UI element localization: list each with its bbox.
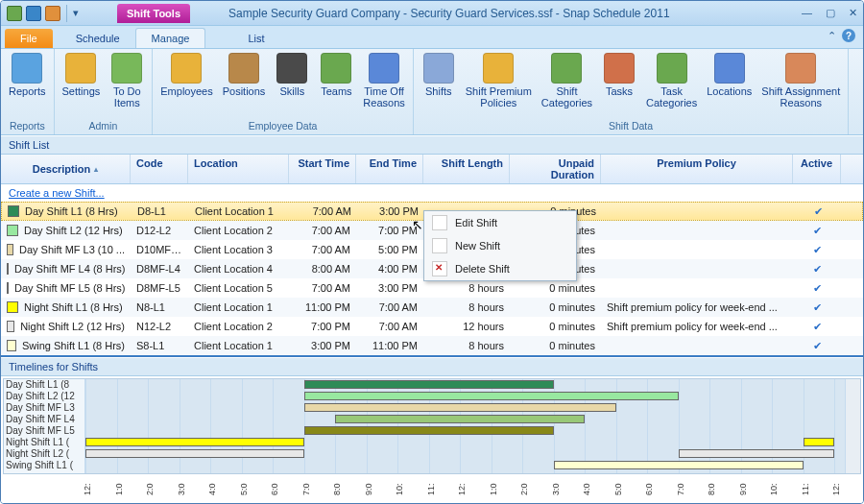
col-description[interactable]: Description bbox=[1, 155, 131, 183]
axis-tick: 1:0 bbox=[489, 476, 520, 503]
app-window: ▾ Shift Tools Sample Security Guard Comp… bbox=[0, 0, 864, 504]
ribbon-label: Shift Assignment Reasons bbox=[761, 85, 840, 108]
timeline-bar[interactable] bbox=[304, 380, 554, 389]
color-swatch bbox=[7, 244, 13, 255]
ribbon-button[interactable]: Skills bbox=[271, 51, 313, 99]
ribbon-button[interactable]: Positions bbox=[219, 51, 270, 99]
qa-icon-1[interactable] bbox=[7, 6, 22, 21]
ribbon-button[interactable]: Time Off Reasons bbox=[359, 51, 408, 110]
axis-tick: 7:0 bbox=[676, 476, 708, 503]
color-swatch bbox=[8, 205, 19, 217]
ribbon-icon bbox=[657, 53, 687, 84]
timeline-label: Day Shift L2 (12 bbox=[4, 391, 84, 402]
timeline-chart[interactable] bbox=[85, 379, 845, 473]
col-shift-length[interactable]: Shift Length bbox=[423, 155, 510, 183]
table-row[interactable]: Night Shift L2 (12 Hrs)N12-L2Client Loca… bbox=[1, 317, 863, 336]
minimize-button[interactable]: — bbox=[802, 7, 812, 19]
delete-shift-icon bbox=[432, 261, 447, 276]
ribbon-group-label: Admin bbox=[59, 119, 149, 132]
tab-file[interactable]: File bbox=[5, 29, 53, 48]
ribbon-button[interactable]: Task Categories bbox=[642, 51, 701, 110]
timeline-bar[interactable] bbox=[804, 438, 835, 446]
ribbon-icon bbox=[369, 53, 399, 84]
ribbon-icon bbox=[276, 53, 307, 84]
close-button[interactable]: ✕ bbox=[849, 7, 857, 19]
ribbon-button[interactable]: Employees bbox=[156, 51, 216, 99]
color-swatch bbox=[7, 321, 14, 332]
qa-icon-3[interactable] bbox=[45, 6, 60, 21]
ribbon-icon bbox=[785, 53, 816, 84]
menu-item-delete-shift[interactable]: Delete Shift bbox=[424, 257, 576, 280]
ribbon-label: Skills bbox=[280, 85, 305, 97]
ribbon-button[interactable]: Teams bbox=[315, 51, 357, 99]
tab-manage[interactable]: Manage bbox=[135, 28, 206, 48]
qa-icon-2[interactable] bbox=[26, 6, 41, 21]
ribbon-icon bbox=[423, 53, 454, 84]
create-new-shift-link[interactable]: Create a new Shift... bbox=[1, 184, 863, 202]
axis-tick: 9:0 bbox=[364, 476, 396, 503]
timeline-bar[interactable] bbox=[554, 461, 804, 469]
ribbon-button[interactable]: Shift Assignment Reasons bbox=[757, 51, 844, 110]
col-code[interactable]: Code bbox=[131, 155, 188, 183]
vertical-scrollbar[interactable] bbox=[845, 379, 860, 473]
timeline-bar[interactable] bbox=[304, 426, 554, 435]
ribbon-button[interactable]: Settings bbox=[59, 51, 105, 99]
timeline-bar[interactable] bbox=[85, 438, 304, 446]
ribbon-icon bbox=[65, 53, 96, 84]
timeline-label: Day Shift MF L4 bbox=[4, 414, 84, 425]
col-start-time[interactable]: Start Time bbox=[289, 155, 356, 183]
axis-tick: 3:0 bbox=[177, 476, 208, 503]
ribbon-label: Teams bbox=[321, 85, 351, 97]
timeline-bar[interactable] bbox=[679, 449, 835, 458]
table-row[interactable]: Swing Shift L1 (8 Hrs)S8-L1Client Locati… bbox=[1, 336, 863, 355]
maximize-button[interactable]: ▢ bbox=[826, 7, 835, 19]
col-unpaid-duration[interactable]: Unpaid Duration bbox=[510, 155, 601, 183]
timeline-bar[interactable] bbox=[85, 449, 304, 458]
ribbon-button[interactable]: Shifts bbox=[418, 51, 460, 99]
axis-tick: 6:0 bbox=[270, 476, 301, 503]
menu-item-new-shift[interactable]: New Shift bbox=[424, 234, 576, 257]
axis-tick: 11: bbox=[426, 476, 458, 503]
ribbon-button[interactable]: Locations bbox=[703, 51, 756, 99]
timeline-bar[interactable] bbox=[335, 415, 585, 423]
ribbon-icon bbox=[604, 53, 635, 84]
axis-tick: 4:0 bbox=[582, 476, 613, 503]
active-check-icon: ✔ bbox=[793, 261, 841, 277]
tab-list[interactable]: List bbox=[232, 29, 279, 48]
help-icon[interactable]: ? bbox=[842, 29, 855, 42]
ribbon-group: SettingsTo Do ItemsAdmin bbox=[55, 49, 154, 134]
timelines-header: Timelines for Shifts bbox=[1, 357, 863, 376]
menu-item-edit-shift[interactable]: Edit Shift bbox=[424, 211, 576, 234]
table-row[interactable]: Day Shift MF L5 (8 Hrs)D8MF-L5Client Loc… bbox=[1, 278, 863, 298]
col-premium-policy[interactable]: Premium Policy bbox=[601, 155, 793, 183]
table-row[interactable]: Night Shift L1 (8 Hrs)N8-L1Client Locati… bbox=[1, 298, 863, 317]
col-end-time[interactable]: End Time bbox=[356, 155, 423, 183]
timeline-bar[interactable] bbox=[304, 392, 679, 400]
col-location[interactable]: Location bbox=[188, 155, 289, 183]
ribbon-label: Settings bbox=[62, 85, 101, 97]
ribbon-button[interactable]: Shift Premium Policies bbox=[462, 51, 536, 110]
qa-dropdown-icon[interactable]: ▾ bbox=[73, 7, 79, 19]
new-shift-icon bbox=[432, 238, 447, 253]
separator bbox=[66, 5, 67, 22]
mouse-cursor-icon: ↖ bbox=[412, 217, 423, 232]
active-check-icon: ✔ bbox=[794, 204, 842, 220]
ribbon-button[interactable]: To Do Items bbox=[106, 51, 148, 110]
ribbon-collapse-icon[interactable]: ⌃ bbox=[828, 30, 836, 42]
color-swatch bbox=[7, 263, 9, 275]
quick-access-toolbar bbox=[7, 6, 60, 21]
timeline-label: Day Shift MF L3 bbox=[4, 402, 84, 414]
context-menu: Edit ShiftNew ShiftDelete Shift bbox=[423, 210, 577, 281]
ribbon-button[interactable]: Reports bbox=[5, 51, 50, 99]
timeline-axis: 12:1:02:03:04:05:06:07:08:09:010:11:12:1… bbox=[1, 476, 863, 503]
ribbon-icon bbox=[714, 53, 745, 84]
window-title: Sample Security Guard Company - Security… bbox=[228, 7, 670, 20]
edit-shift-icon bbox=[432, 215, 447, 230]
ribbon-button[interactable]: Shift Categories bbox=[538, 51, 596, 110]
contextual-tab-shift-tools[interactable]: Shift Tools bbox=[117, 4, 190, 23]
timeline-bar[interactable] bbox=[304, 403, 616, 412]
ribbon-label: Shift Premium Policies bbox=[466, 85, 532, 108]
ribbon-button[interactable]: Tasks bbox=[598, 51, 640, 99]
tab-schedule[interactable]: Schedule bbox=[60, 29, 135, 48]
col-active[interactable]: Active bbox=[793, 155, 841, 183]
